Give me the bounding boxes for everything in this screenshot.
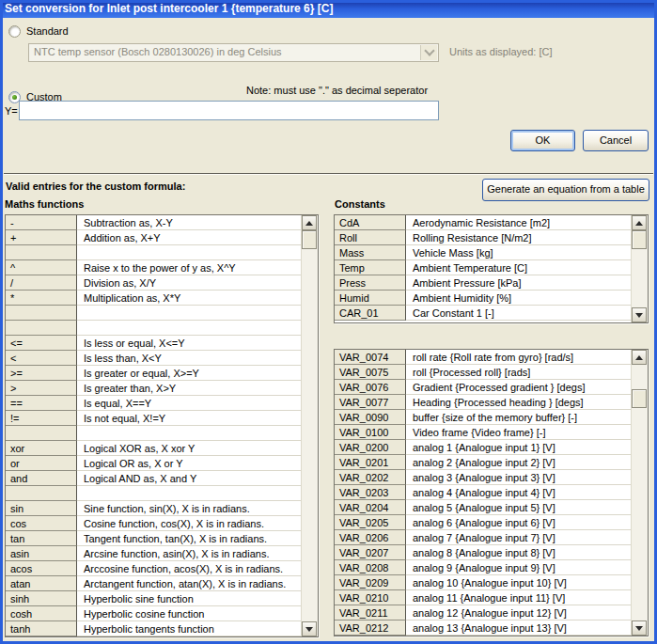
table-row[interactable]: VAR_0202analog 3 {Analogue input 3} [V] [335, 470, 632, 485]
table-row[interactable]: VAR_0208analog 9 {Analogue input 9} [V] [335, 560, 632, 575]
row-key: VAR_0074 [335, 350, 406, 365]
table-row[interactable]: <=Is less or equal, X<=Y [6, 336, 302, 351]
row-key: != [6, 411, 77, 426]
sensor-combobox[interactable]: NTC temp sensor (Bosch 0280130026) in de… [28, 43, 439, 62]
constants-scrollbar[interactable] [631, 215, 648, 322]
scrollbar-thumb[interactable] [632, 230, 647, 249]
table-row[interactable]: tanhHyperbolic tangents function [6, 621, 302, 636]
table-row[interactable]: ==Is equal, X==Y [6, 396, 302, 411]
ok-button[interactable]: OK [510, 130, 575, 151]
scrollbar-thumb[interactable] [632, 389, 647, 408]
table-row[interactable]: VAR_0206analog 7 {Analogue input 7} [V] [335, 530, 632, 545]
table-row[interactable] [6, 245, 302, 260]
variables-scrollbar[interactable] [631, 350, 648, 636]
table-row[interactable]: xorLogical XOR as, X xor Y [6, 441, 302, 456]
table-row[interactable]: MassVehicle Mass [kg] [335, 245, 632, 260]
table-row[interactable]: VAR_0209analog 10 {Analogue input 10} [V… [335, 575, 632, 590]
table-row[interactable]: acosArccosine function, acos(X), X is in… [6, 561, 302, 576]
combo-dropdown-button[interactable] [420, 45, 437, 60]
scroll-down-icon [635, 626, 643, 631]
table-row[interactable]: VAR_0074roll rate {Roll rate from gyro} … [335, 350, 632, 365]
table-row[interactable]: VAR_0200analog 1 {Analogue input 1} [V] [335, 440, 632, 455]
row-key: acos [6, 561, 77, 576]
row-description: Arctangent function, atan(X), X is in ra… [77, 576, 302, 591]
table-row[interactable]: VAR_0210analog 11 {Analogue input 11} [V… [335, 590, 632, 605]
table-row[interactable]: tanTangent function, tan(X), X is in rad… [6, 531, 302, 546]
table-row[interactable] [6, 426, 302, 441]
row-key: VAR_0206 [335, 530, 406, 545]
table-row[interactable]: !=Is not equal, X!=Y [6, 411, 302, 426]
row-description: analog 6 {Analogue input 6} [V] [406, 515, 632, 530]
scroll-up-button[interactable] [632, 350, 647, 365]
table-row[interactable]: CAR_01Car Constant 1 [-] [335, 306, 632, 321]
table-row[interactable]: <Is less than, X<Y [6, 351, 302, 366]
row-description: Gradient {Processed gradient } [degs] [406, 380, 632, 395]
dialog-window: Set conversion for Inlet post intercoole… [0, 0, 657, 644]
table-row[interactable]: VAR_0100Video frame {Video frame} [-] [335, 425, 632, 440]
row-key: VAR_0208 [335, 560, 406, 575]
cancel-button-label: Cancel [600, 134, 632, 146]
row-description: Hyperbolic cosine function [77, 606, 302, 621]
table-row[interactable]: PressAmbient Pressure [kPa] [335, 275, 632, 291]
title-bar[interactable]: Set conversion for Inlet post intercoole… [0, 0, 657, 18]
table-row[interactable]: sinhHyperbolic sine function [6, 591, 302, 606]
table-row[interactable]: asinArcsine function, asin(X), X is in r… [6, 546, 302, 561]
table-row[interactable]: VAR_0201analog 2 {Analogue input 2} [V] [335, 455, 632, 470]
table-row[interactable] [6, 306, 302, 321]
row-description: Car Constant 1 [-] [406, 306, 632, 321]
row-description: roll rate {Roll rate from gyro} [rad/s] [406, 350, 632, 365]
row-description [77, 321, 302, 336]
scroll-down-icon [635, 313, 643, 318]
table-row[interactable]: -Subtraction as, X-Y [6, 215, 302, 230]
table-row[interactable]: VAR_0205analog 6 {Analogue input 6} [V] [335, 515, 632, 530]
scrollbar-thumb[interactable] [302, 230, 317, 249]
table-row[interactable]: >=Is greater or equal, X>=Y [6, 366, 302, 381]
scroll-down-button[interactable] [302, 621, 317, 636]
table-row[interactable]: cosCosine function, cos(X), X is in radi… [6, 516, 302, 531]
formula-input[interactable] [19, 101, 439, 120]
table-row[interactable]: VAR_0204analog 5 {Analogue input 5} [V] [335, 500, 632, 515]
table-row[interactable]: CdAAerodynamic Resistance [m2] [335, 215, 632, 230]
table-row[interactable]: VAR_0211analog 12 {Analogue input 12} [V… [335, 605, 632, 620]
generate-equation-button[interactable]: Generate an equation from a table [482, 179, 649, 201]
table-row[interactable]: ^Raise x to the power of y as, X^Y [6, 260, 302, 275]
row-key: VAR_0210 [335, 590, 406, 605]
table-row[interactable]: VAR_0212analog 13 {Analogue input 13} [V… [335, 620, 632, 636]
table-row[interactable]: +Addition as, X+Y [6, 230, 302, 245]
table-row[interactable]: TempAmbient Temperature [C] [335, 260, 632, 275]
table-row[interactable]: coshHyperbolic cosine function [6, 606, 302, 621]
table-row[interactable]: VAR_0090buffer {size of the memory buffe… [335, 410, 632, 425]
row-key [6, 245, 77, 260]
row-description: Hyperbolic sine function [77, 591, 302, 606]
table-row[interactable]: orLogical OR as, X or Y [6, 456, 302, 471]
scroll-down-button[interactable] [632, 620, 647, 636]
row-key: == [6, 396, 77, 411]
table-row[interactable]: *Multiplication as, X*Y [6, 291, 302, 306]
table-row[interactable] [6, 486, 302, 501]
table-row[interactable] [6, 321, 302, 336]
row-description: roll {Processed roll} [rads] [406, 365, 632, 380]
table-row[interactable]: VAR_0075roll {Processed roll} [rads] [335, 365, 632, 380]
maths-scrollbar[interactable] [301, 215, 318, 636]
row-description: Logical AND as, X and Y [77, 471, 302, 486]
scroll-up-button[interactable] [632, 215, 647, 230]
table-row[interactable]: atanArctangent function, atan(X), X is i… [6, 576, 302, 591]
row-key: VAR_0200 [335, 440, 406, 455]
table-row[interactable]: VAR_0077Heading {Processed heading } [de… [335, 395, 632, 410]
table-row[interactable]: sinSine function, sin(X), X is in radian… [6, 501, 302, 516]
table-row[interactable]: /Division as, X/Y [6, 275, 302, 291]
standard-radio[interactable] [8, 25, 21, 38]
table-row[interactable]: andLogical AND as, X and Y [6, 471, 302, 486]
table-row[interactable]: >Is greater than, X>Y [6, 381, 302, 396]
table-row[interactable]: VAR_0076Gradient {Processed gradient } [… [335, 380, 632, 395]
row-key: cosh [6, 606, 77, 621]
scroll-up-button[interactable] [302, 215, 317, 230]
row-key: VAR_0204 [335, 500, 406, 515]
table-row[interactable]: VAR_0203analog 4 {Analogue input 4} [V] [335, 485, 632, 500]
generate-equation-label: Generate an equation from a table [487, 183, 645, 195]
scroll-down-button[interactable] [632, 307, 647, 322]
table-row[interactable]: VAR_0207analog 8 {Analogue input 8} [V] [335, 545, 632, 560]
table-row[interactable]: RollRolling Resistance [N/m2] [335, 230, 632, 245]
cancel-button[interactable]: Cancel [583, 130, 649, 151]
table-row[interactable]: HumidAmbient Humidity [%] [335, 291, 632, 306]
